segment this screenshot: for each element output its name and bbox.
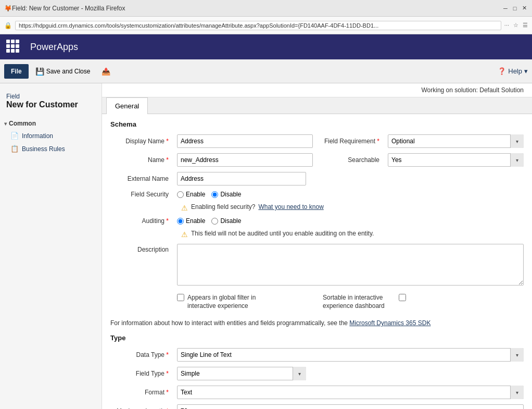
format-select[interactable]: Text Email URL Phone Ticker Symbol [177, 386, 524, 399]
display-name-input[interactable] [177, 134, 313, 148]
description-group: Description [110, 244, 524, 286]
info-text-pre: For information about how to interact wi… [110, 319, 349, 327]
field-security-group: Field Security Enable Disable [110, 191, 313, 198]
more-options-icon[interactable]: ··· [504, 22, 509, 29]
auditing-enable[interactable]: Enable [177, 217, 205, 225]
dynamics-sdk-link[interactable]: Microsoft Dynamics 365 SDK [349, 319, 430, 327]
favicon: 🦊 [4, 5, 12, 12]
field-security-radio-group: Enable Disable [177, 191, 313, 198]
window-controls[interactable]: ─ □ ✕ [502, 5, 528, 12]
sidebar: Field New for Customer ▾ Common 📄 Inform… [0, 83, 102, 409]
minimize-button[interactable]: ─ [502, 5, 509, 12]
tab-general-label: General [115, 102, 139, 110]
searchable-label: Searchable [321, 156, 384, 164]
field-security-warning-row: ⚠ Enabling field security? What you need… [181, 203, 524, 212]
external-name-input[interactable] [177, 172, 306, 185]
checkbox-row: Appears in global filter in interactive … [110, 291, 524, 313]
entity-label: Field [6, 93, 95, 100]
data-type-row: Data Type * Single Line of Text Multiple… [110, 348, 524, 362]
field-requirement-label: Field Requirement * [321, 138, 384, 145]
sidebar-item-business-rules[interactable]: 📋 Business Rules [0, 142, 102, 155]
searchable-select[interactable]: Yes No [388, 153, 524, 167]
auditing-label: Auditing * [110, 217, 173, 225]
field-security-disable[interactable]: Disable [211, 191, 241, 198]
help-button[interactable]: ❓ Help ▾ [498, 67, 528, 75]
file-button[interactable]: File [4, 64, 29, 79]
close-button[interactable]: ✕ [521, 5, 528, 12]
appears-global-filter-checkbox[interactable] [177, 294, 184, 301]
data-type-select-wrapper: Single Line of Text Multiple Lines of Te… [177, 348, 524, 362]
field-type-label: Field Type * [110, 370, 173, 377]
main-layout: Field New for Customer ▾ Common 📄 Inform… [0, 83, 532, 409]
save-close-button[interactable]: 💾 Save and Close [31, 65, 95, 78]
entity-header: Field New for Customer [0, 89, 102, 114]
display-name-label: Display Name * [110, 138, 173, 145]
field-type-select[interactable]: Simple Calculated Rollup [177, 367, 306, 380]
content-area: Working on solution: Default Solution Ge… [102, 83, 532, 409]
display-name-row: Display Name * Field Requirement * Optio… [110, 134, 524, 148]
app-header: PowerApps [0, 34, 532, 59]
type-section-title: Type [110, 334, 524, 342]
field-type-row: Field Type * Simple Calculated Rollup ▾ [110, 367, 524, 380]
sidebar-group-header-common[interactable]: ▾ Common [0, 118, 102, 129]
sortable-checkbox[interactable] [399, 294, 406, 301]
max-length-row: Maximum Length * [110, 404, 524, 409]
tab-general[interactable]: General [106, 97, 148, 114]
help-icon: ❓ [498, 67, 506, 75]
app-launcher-button[interactable] [6, 40, 21, 54]
field-security-link[interactable]: What you need to know [258, 203, 323, 210]
field-requirement-select-wrapper: Optional Business Recommended Business R… [388, 134, 524, 148]
help-chevron-icon: ▾ [524, 67, 528, 75]
searchable-group: Searchable Yes No ▾ [321, 153, 524, 167]
external-name-group: External Name [110, 172, 313, 185]
info-row: For information about how to interact wi… [110, 318, 524, 328]
description-row: Description [110, 244, 524, 286]
display-name-group: Display Name * [110, 134, 313, 148]
addressbar-icons: ··· ☆ ☰ [504, 22, 528, 29]
addressbar: 🔒 https://hdpguid.crm.dynamics.com/tools… [0, 17, 532, 34]
publish-button[interactable]: 📤 [97, 65, 115, 78]
browser-title: Field: New for Customer - Mozilla Firefo… [12, 5, 502, 12]
maximize-button[interactable]: □ [511, 5, 518, 12]
field-security-label: Field Security [110, 191, 173, 198]
auditing-radio-group: Enable Disable [177, 217, 313, 225]
business-rules-icon: 📋 [10, 145, 19, 153]
field-requirement-select[interactable]: Optional Business Recommended Business R… [388, 134, 524, 148]
name-label: Name * [110, 156, 173, 164]
bookmark-icon[interactable]: ☆ [513, 22, 518, 29]
data-type-label: Data Type * [110, 351, 173, 358]
field-type-select-wrapper: Simple Calculated Rollup ▾ [177, 367, 306, 380]
sortable-group: Sortable in interactive experience dashb… [323, 294, 406, 310]
url-input[interactable]: https://hdpguid.crm.dynamics.com/tools/s… [15, 21, 501, 30]
schema-section-title: Schema [110, 120, 524, 128]
working-solution: Working on solution: Default Solution [102, 83, 532, 97]
browser-titlebar: 🦊 Field: New for Customer - Mozilla Fire… [0, 0, 532, 17]
save-icon: 💾 [35, 67, 44, 76]
display-name-required: * [166, 138, 169, 145]
max-length-input[interactable] [177, 404, 524, 409]
description-textarea[interactable] [177, 244, 524, 286]
name-group: Name * [110, 153, 313, 167]
save-close-label: Save and Close [46, 68, 91, 75]
field-security-row: Field Security Enable Disable [110, 191, 524, 198]
format-row: Format * Text Email URL Phone Ticker Sym… [110, 386, 524, 399]
auditing-warning-row: ⚠ This field will not be audited until y… [181, 230, 524, 239]
appears-global-filter-label: Appears in global filter in interactive … [187, 294, 260, 310]
auditing-disable[interactable]: Disable [211, 217, 241, 225]
menu-icon[interactable]: ☰ [523, 22, 528, 29]
sidebar-item-information[interactable]: 📄 Information [0, 129, 102, 142]
auditing-warning-icon: ⚠ [181, 230, 188, 239]
format-select-wrapper: Text Email URL Phone Ticker Symbol ▾ [177, 386, 524, 399]
format-label: Format * [110, 389, 173, 396]
data-type-select[interactable]: Single Line of Text Multiple Lines of Te… [177, 348, 524, 362]
external-name-label: External Name [110, 175, 173, 182]
auditing-row: Auditing * Enable Disable [110, 217, 524, 225]
field-security-enable[interactable]: Enable [177, 191, 205, 198]
name-input[interactable] [177, 153, 313, 167]
help-label: Help [508, 67, 522, 75]
auditing-warning-text: This field will not be audited until you… [191, 230, 374, 237]
field-requirement-group: Field Requirement * Optional Business Re… [321, 134, 524, 148]
lock-icon: 🔒 [4, 22, 12, 29]
sidebar-group-common: ▾ Common 📄 Information 📋 Business Rules [0, 118, 102, 155]
information-icon: 📄 [10, 132, 19, 140]
